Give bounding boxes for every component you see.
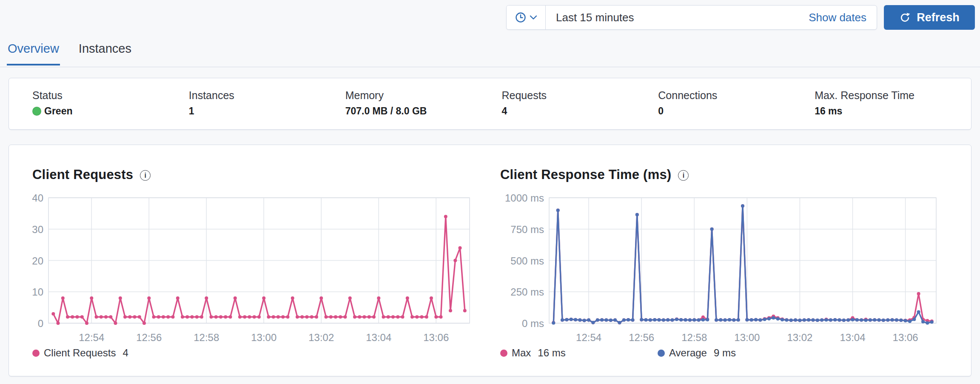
summary-item-status: Status Green <box>32 89 189 129</box>
time-picker-menu-button[interactable] <box>507 6 546 29</box>
svg-text:250 ms: 250 ms <box>510 286 544 298</box>
info-icon[interactable]: i <box>140 170 151 181</box>
svg-text:12:54: 12:54 <box>576 332 601 343</box>
time-picker[interactable]: Last 15 minutes Show dates <box>506 5 877 30</box>
refresh-button[interactable]: Refresh <box>884 5 975 30</box>
summary-item-max-response-time: Max. Response Time 16 ms <box>815 89 971 129</box>
legend-label: Average <box>669 347 707 359</box>
svg-text:20: 20 <box>32 255 43 267</box>
time-controls: Last 15 minutes Show dates Refresh <box>506 5 975 30</box>
svg-text:13:02: 13:02 <box>787 332 812 343</box>
chart-legend: Max 16 ms Average 9 ms <box>500 347 943 359</box>
legend-item-average[interactable]: Average 9 ms <box>658 347 815 359</box>
chart-title: Client Response Time (ms) <box>500 167 671 182</box>
summary-label: Connections <box>658 89 815 102</box>
svg-text:13:04: 13:04 <box>840 332 865 343</box>
series-color-dot <box>500 350 507 357</box>
summary-label: Memory <box>345 89 502 102</box>
client-requests-chart[interactable]: 01020304012:5412:5612:5813:0013:0213:041… <box>32 194 475 345</box>
clock-icon <box>515 11 527 23</box>
chevron-down-icon <box>530 14 537 21</box>
status-dot <box>32 107 41 116</box>
app-monitoring-overview: { "header": { "time_picker": { "value": … <box>0 0 980 384</box>
svg-text:750 ms: 750 ms <box>510 224 544 235</box>
svg-text:13:06: 13:06 <box>893 332 918 343</box>
summary-value: Green <box>44 105 72 117</box>
legend-label: Max <box>512 347 531 359</box>
legend-label: Client Requests <box>44 347 116 359</box>
client-response-time-chart[interactable]: 0 ms250 ms500 ms750 ms1000 ms12:5412:561… <box>500 194 940 345</box>
refresh-icon <box>899 12 911 23</box>
legend-value: 4 <box>122 347 128 359</box>
chart-title: Client Requests <box>32 167 133 182</box>
summary-label: Requests <box>501 89 658 102</box>
tab-overview[interactable]: Overview <box>7 42 60 65</box>
summary-label: Status <box>32 89 189 102</box>
svg-text:12:54: 12:54 <box>79 332 104 343</box>
svg-text:13:02: 13:02 <box>308 332 334 343</box>
svg-text:40: 40 <box>32 194 43 204</box>
series-color-dot <box>658 350 665 357</box>
summary-value: 1 <box>189 105 345 117</box>
svg-text:12:56: 12:56 <box>136 332 162 343</box>
chart-legend: Client Requests 4 <box>32 347 475 359</box>
svg-text:12:58: 12:58 <box>681 332 707 343</box>
svg-text:500 ms: 500 ms <box>510 255 544 267</box>
summary-item-instances: Instances 1 <box>189 89 345 129</box>
info-icon[interactable]: i <box>678 170 689 181</box>
svg-text:13:00: 13:00 <box>734 332 760 343</box>
summary-value: 707.0 MB / 8.0 GB <box>345 105 502 117</box>
summary-item-requests: Requests 4 <box>501 89 658 129</box>
refresh-label: Refresh <box>917 11 960 24</box>
svg-text:30: 30 <box>32 224 43 235</box>
time-picker-field: Last 15 minutes Show dates <box>546 6 877 29</box>
charts-panel: Client Requests i 01020304012:5412:5612:… <box>9 145 971 376</box>
legend-value: 16 ms <box>538 347 565 359</box>
summary-value: 0 <box>658 105 815 117</box>
legend-value: 9 ms <box>714 347 736 359</box>
svg-text:10: 10 <box>32 286 43 298</box>
tab-bar: Overview Instances <box>7 42 132 65</box>
svg-text:12:58: 12:58 <box>194 332 219 343</box>
summary-label: Instances <box>189 89 345 102</box>
summary-label: Max. Response Time <box>815 89 971 102</box>
summary-item-memory: Memory 707.0 MB / 8.0 GB <box>345 89 502 129</box>
svg-text:1000 ms: 1000 ms <box>505 194 544 204</box>
legend-item-max[interactable]: Max 16 ms <box>500 347 658 359</box>
summary-value: 16 ms <box>815 105 971 117</box>
svg-text:13:06: 13:06 <box>423 332 449 343</box>
time-range-value[interactable]: Last 15 minutes <box>556 11 634 24</box>
summary-item-connections: Connections 0 <box>658 89 815 129</box>
summary-value: 4 <box>501 105 658 117</box>
client-response-time-chart-block: Client Response Time (ms) i 0 ms250 ms50… <box>500 167 943 359</box>
summary-panel: Status Green Instances 1 Memory 707.0 MB… <box>9 78 971 130</box>
svg-text:13:00: 13:00 <box>251 332 276 343</box>
svg-text:12:56: 12:56 <box>629 332 654 343</box>
tabs-divider <box>0 67 980 67</box>
series-color-dot <box>32 350 40 357</box>
svg-text:0: 0 <box>38 318 43 329</box>
client-requests-chart-block: Client Requests i 01020304012:5412:5612:… <box>32 167 475 359</box>
tab-instances[interactable]: Instances <box>78 42 132 65</box>
show-dates-link[interactable]: Show dates <box>809 11 866 24</box>
legend-item-client-requests[interactable]: Client Requests 4 <box>32 347 190 359</box>
svg-text:13:04: 13:04 <box>366 332 391 343</box>
svg-text:0 ms: 0 ms <box>522 318 544 329</box>
